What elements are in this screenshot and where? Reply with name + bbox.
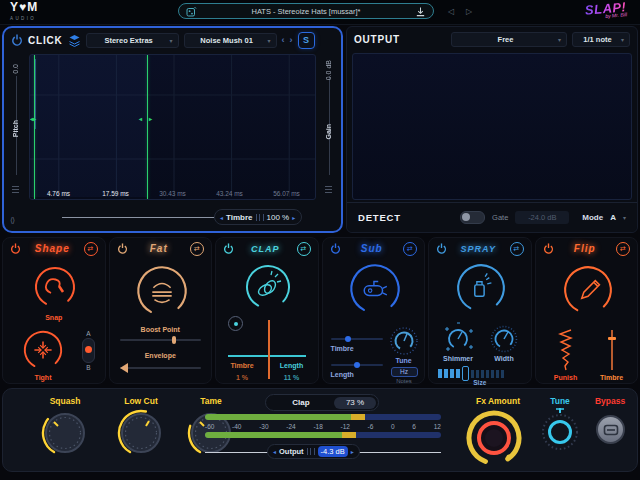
gate-value[interactable]: -24.0 dB	[515, 211, 569, 224]
boost-point-handle[interactable]	[172, 336, 176, 344]
punish-control[interactable]	[558, 328, 574, 372]
fat-knob[interactable]	[134, 263, 190, 319]
chevron-down-icon: ▾	[170, 37, 173, 44]
squash-knob[interactable]	[41, 409, 89, 457]
logo-text: Y♥M	[10, 2, 38, 13]
flip-ab-swap-icon[interactable]: ⇄	[616, 242, 630, 256]
shimmer-knob[interactable]	[442, 322, 474, 354]
gate-toggle[interactable]	[460, 211, 485, 224]
sub-length-slider[interactable]	[331, 364, 383, 366]
solo-button[interactable]: S	[298, 32, 315, 49]
timbre-inc-icon[interactable]: ▸	[292, 214, 295, 221]
flip-timbre-slider[interactable]	[611, 330, 613, 370]
sub-length-handle[interactable]	[354, 362, 360, 368]
output-grip-icon[interactable]	[307, 448, 315, 455]
fat-header: Fat ⇄	[110, 238, 212, 259]
output-inc-icon[interactable]: ▸	[351, 448, 354, 455]
envelope-handle-icon[interactable]	[120, 363, 128, 373]
resize-handle-icon[interactable]: ⟨⟩	[10, 216, 14, 225]
spray-power-button[interactable]	[436, 243, 447, 254]
clap-xy-vline[interactable]	[268, 320, 270, 379]
output-fader[interactable]: ◂ Output -4.3 dB ▸	[205, 444, 441, 460]
mode-value[interactable]: A	[610, 213, 616, 222]
spray-ab-swap-icon[interactable]: ⇄	[510, 242, 524, 256]
bank-dropdown[interactable]: Stereo Extras ▾	[86, 33, 179, 48]
pitch-grip-icon[interactable]	[12, 186, 19, 193]
chevron-down-icon[interactable]: ▾	[623, 214, 626, 221]
clap-xy-hline[interactable]	[228, 355, 306, 357]
module-spray: SPRAY ⇄ Shimmer Width	[428, 237, 532, 384]
fat-power-button[interactable]	[117, 243, 128, 254]
bypass-button[interactable]	[596, 415, 625, 444]
save-download-icon[interactable]	[415, 6, 426, 17]
timbre-control[interactable]: ◂ Timbre 100 % ▸	[214, 209, 302, 225]
envelope-slider[interactable]	[120, 367, 202, 369]
preset-prev-button[interactable]: ◁	[448, 7, 454, 17]
hz-notes-toggle[interactable]: Hz Notes	[391, 367, 418, 384]
randomize-icon[interactable]	[186, 6, 197, 17]
timbre-slider-track[interactable]	[62, 217, 214, 218]
timbre-grip-icon[interactable]	[256, 214, 264, 221]
preset-browser[interactable]: HATS - Stereoize Hats [mussar]*	[178, 3, 434, 19]
flip-timbre-handle[interactable]	[608, 337, 616, 340]
sub-knob[interactable]	[347, 261, 403, 317]
gain-grip-icon[interactable]	[325, 186, 332, 193]
spray-knob[interactable]	[454, 261, 508, 315]
sub-power-button[interactable]	[330, 243, 341, 254]
shape-ab-swap-icon[interactable]: ⇄	[84, 242, 98, 256]
clap-timbre-label: Timbre	[220, 362, 264, 369]
timbre-dec-icon[interactable]: ◂	[220, 214, 223, 221]
width-knob[interactable]	[488, 322, 520, 354]
hz-option[interactable]: Hz	[391, 367, 418, 377]
sub-ab-swap-icon[interactable]: ⇄	[403, 242, 417, 256]
wave-start-cursor[interactable]	[34, 55, 35, 199]
click-preset-prev-button[interactable]: ‹	[282, 35, 285, 45]
shape-power-button[interactable]	[10, 243, 21, 254]
flip-power-button[interactable]	[543, 243, 554, 254]
clap-ab-swap-icon[interactable]: ⇄	[297, 242, 311, 256]
sub-timbre-slider[interactable]	[331, 338, 383, 340]
preset-next-button[interactable]: ▷	[466, 7, 472, 17]
clap-power-button[interactable]	[223, 243, 234, 254]
clap-target-button[interactable]	[228, 316, 243, 331]
rate-dropdown[interactable]: Free ▾	[451, 32, 567, 47]
click-waveform-display[interactable]: ◂▸ ◂ ▸ 4.76 ms17.59 ms30.43 ms43.24 ms56…	[29, 54, 316, 200]
clap-knob[interactable]	[242, 261, 294, 313]
notes-option[interactable]: Notes	[391, 378, 418, 384]
bottom-bar: Squash Low Cut Tame Clap 73 %	[2, 388, 638, 472]
gain-label: Gain	[325, 124, 332, 140]
click-title: CLICK	[28, 35, 63, 46]
boost-point-slider[interactable]	[120, 339, 202, 341]
note-dropdown[interactable]: 1/1 note ▾	[572, 32, 630, 47]
low-cut-knob[interactable]	[117, 409, 165, 457]
preset-title[interactable]: HATS - Stereoize Hats [mussar]*	[203, 7, 409, 16]
gain-value: 0.0 dB	[325, 60, 332, 80]
pitch-slider[interactable]: 0.0 Pitch	[7, 58, 25, 195]
click-preset-next-button[interactable]: ›	[290, 35, 293, 45]
start-cursor-handle-icon[interactable]: ◂▸	[30, 115, 36, 122]
channel-value[interactable]: 73 %	[334, 397, 376, 409]
spray-name: SPRAY	[452, 244, 505, 254]
slap-plugin-window: Y♥M AUDIO HATS - Stereoize Hats [mussar]…	[0, 0, 640, 480]
gain-slider[interactable]: 0.0 dB Gain	[320, 58, 338, 195]
tune-knob[interactable]	[539, 406, 581, 452]
tight-knob[interactable]	[21, 328, 65, 372]
layers-icon[interactable]	[68, 34, 81, 47]
click-preset-dropdown[interactable]: Noise Mush 01 ▾	[184, 33, 277, 48]
channel-amount-control[interactable]: Clap 73 %	[265, 394, 379, 411]
click-power-button[interactable]	[11, 34, 23, 46]
snap-knob[interactable]	[32, 264, 78, 310]
fat-ab-swap-icon[interactable]: ⇄	[190, 242, 204, 256]
end-cursor-handle-left-icon[interactable]: ◂	[139, 115, 142, 122]
ab-switch-knob[interactable]	[85, 346, 92, 353]
wave-end-cursor[interactable]	[147, 55, 148, 199]
flip-knob[interactable]	[561, 263, 615, 317]
end-cursor-handle-right-icon[interactable]: ▸	[149, 115, 152, 122]
bypass-icon	[603, 424, 619, 436]
output-dec-icon[interactable]: ◂	[273, 448, 276, 455]
sub-tune-knob[interactable]	[389, 326, 419, 356]
output-fader-pill[interactable]: ◂ Output -4.3 dB ▸	[267, 444, 360, 459]
ab-switch[interactable]: A B	[82, 330, 96, 371]
fx-amount-knob[interactable]	[465, 409, 523, 467]
sub-timbre-handle[interactable]	[345, 336, 351, 342]
